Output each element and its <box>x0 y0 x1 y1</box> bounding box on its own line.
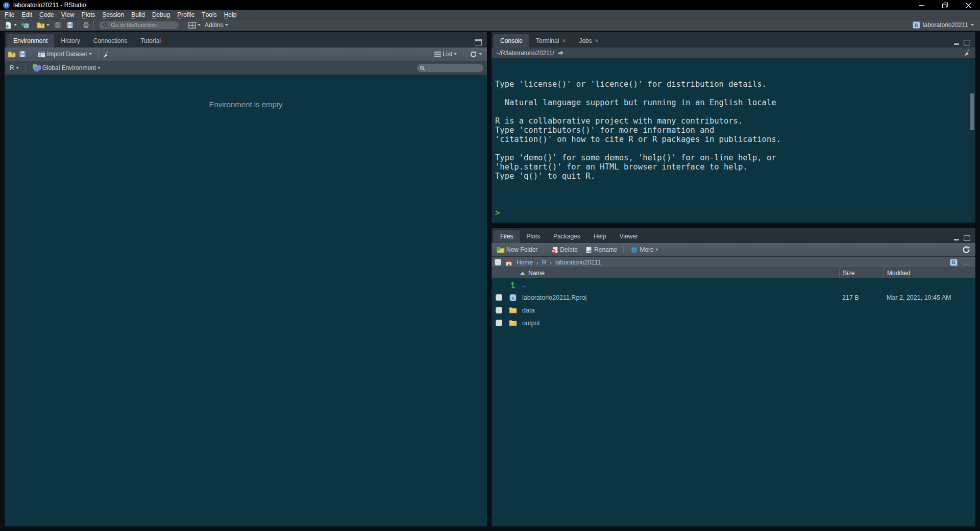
left-tab-environment[interactable]: Environment <box>7 34 54 47</box>
file-row[interactable]: Rlaboratorio20211.Rproj217 BMar 2, 2021,… <box>492 291 975 304</box>
addins-button[interactable]: Addins <box>203 20 230 30</box>
menu-item-tools[interactable]: Tools <box>198 10 220 19</box>
left-tab-history[interactable]: History <box>54 34 86 47</box>
save-button[interactable] <box>52 20 64 30</box>
open-file-button[interactable] <box>35 20 52 30</box>
pane-maximize-icon[interactable] <box>964 235 970 241</box>
column-header-size[interactable]: Size <box>839 268 884 278</box>
new-project-icon: R <box>21 21 29 29</box>
breadcrumb-link-r[interactable]: R <box>542 259 547 266</box>
file-name[interactable]: output <box>520 320 839 327</box>
restore-button[interactable] <box>933 0 957 10</box>
pane-restore-icon[interactable] <box>475 39 482 45</box>
breadcrumb-link-home[interactable]: Home <box>517 259 533 266</box>
console-tab-console[interactable]: Console <box>494 34 529 47</box>
menu-item-plots[interactable]: Plots <box>78 10 99 19</box>
delete-button[interactable]: Delete <box>548 245 580 255</box>
file-row[interactable]: .. <box>492 278 975 291</box>
left-tab-connections[interactable]: Connections <box>87 34 134 47</box>
console-tab-terminal[interactable]: Terminal× <box>529 34 572 47</box>
more-button[interactable]: More <box>628 245 660 255</box>
import-dataset-button[interactable]: Import Dataset <box>35 49 94 59</box>
pane-minimize-icon[interactable] <box>953 40 960 45</box>
rename-button[interactable]: Rename <box>582 245 619 255</box>
menu-item-edit[interactable]: Edit <box>18 10 36 19</box>
files-tab-help[interactable]: Help <box>587 230 613 243</box>
global-environment-selector[interactable]: Global Environment <box>31 63 103 73</box>
console-prompt[interactable]: > <box>495 208 968 218</box>
new-project-button[interactable]: R <box>19 20 31 30</box>
breadcrumb-link-laboratorio20211[interactable]: laboratorio20211 <box>555 259 601 266</box>
menu-item-profile[interactable]: Profile <box>174 10 198 19</box>
row-checkbox[interactable] <box>492 307 506 313</box>
file-name[interactable]: .. <box>520 281 839 288</box>
checkbox[interactable] <box>496 307 502 313</box>
file-name[interactable]: laboratorio20211.Rproj <box>520 294 839 301</box>
dropdown-caret-icon <box>16 67 19 69</box>
close-button[interactable] <box>957 0 980 10</box>
menu-item-help[interactable]: Help <box>220 10 240 19</box>
file-row[interactable]: data <box>492 304 975 317</box>
tab-close-icon[interactable]: × <box>562 38 566 44</box>
print-button[interactable] <box>80 20 92 30</box>
checkbox[interactable] <box>496 320 502 326</box>
file-name[interactable]: data <box>520 307 839 314</box>
console-line: Type 'q()' to quit R. <box>495 172 968 181</box>
working-directory-path: ~/R/laboratorio20211/ <box>496 50 554 57</box>
environment-search-input[interactable] <box>416 63 484 73</box>
menu-item-debug[interactable]: Debug <box>149 10 174 19</box>
tab-label: Connections <box>93 37 128 44</box>
scrollbar-thumb[interactable] <box>970 93 974 130</box>
row-checkbox[interactable] <box>492 320 506 326</box>
clear-workspace-broom-icon[interactable] <box>103 50 111 58</box>
rproject-breadcrumb-icon[interactable]: R <box>950 259 958 266</box>
pane-layout-button[interactable] <box>186 20 203 30</box>
console-output[interactable]: Type 'license()' or 'licence()' for dist… <box>492 59 975 223</box>
env-display-mode-button[interactable]: List <box>432 49 459 59</box>
column-header-name[interactable]: Name <box>520 268 839 278</box>
save-all-button[interactable] <box>64 20 76 30</box>
save-workspace-icon[interactable] <box>18 50 27 58</box>
menu-item-session[interactable]: Session <box>99 10 128 19</box>
menu-item-view[interactable]: View <box>58 10 78 19</box>
env-refresh-button[interactable] <box>468 49 484 59</box>
pane-maximize-icon[interactable] <box>964 40 970 45</box>
language-label: R <box>10 64 14 71</box>
files-refresh-button[interactable] <box>960 245 972 255</box>
menu-item-build[interactable]: Build <box>128 10 149 19</box>
menu-item-file[interactable]: File <box>1 10 18 19</box>
files-tab-plots[interactable]: Plots <box>520 230 547 243</box>
console-tab-jobs[interactable]: Jobs× <box>572 34 605 47</box>
toolbar-separator <box>463 50 463 58</box>
new-folder-button[interactable]: New Folder <box>495 245 540 255</box>
window-title: laboratorio20211 - RStudio <box>13 2 86 9</box>
column-header-modified[interactable]: Modified <box>884 268 975 278</box>
home-icon[interactable] <box>505 258 513 267</box>
rstudio-window: R laboratorio20211 - RStudio FileEditCod… <box>0 0 980 531</box>
files-tab-viewer[interactable]: Viewer <box>612 230 644 243</box>
file-row[interactable]: output <box>492 317 975 329</box>
tab-close-icon[interactable]: × <box>595 38 599 44</box>
project-menu-button[interactable]: R laboratorio20211 <box>913 21 978 29</box>
left-tab-tutorial[interactable]: Tutorial <box>134 34 167 47</box>
console-pane: ConsoleTerminal×Jobs× ~/R/laboratorio202… <box>491 32 976 223</box>
pane-minimize-icon[interactable] <box>953 236 960 241</box>
select-all-checkbox[interactable] <box>495 259 501 266</box>
project-rcube-icon: R <box>913 21 920 29</box>
files-tab-packages[interactable]: Packages <box>547 230 587 243</box>
files-toolbar: New Folder Delete Rename <box>492 243 975 257</box>
files-tab-files[interactable]: Files <box>494 230 520 243</box>
load-workspace-icon[interactable] <box>8 50 16 58</box>
minimize-button[interactable] <box>910 0 933 10</box>
clear-console-broom-icon[interactable] <box>963 49 971 57</box>
search-icon <box>420 65 425 71</box>
menu-item-code[interactable]: Code <box>36 10 58 19</box>
goto-directory-arrow-icon[interactable] <box>557 51 564 56</box>
row-checkbox[interactable] <box>492 294 506 301</box>
language-selector[interactable]: R <box>8 63 21 73</box>
console-scrollbar[interactable] <box>970 59 975 223</box>
checkbox[interactable] <box>496 294 502 301</box>
more-directories-button[interactable]: ... <box>962 259 972 266</box>
goto-file-function-input[interactable]: Go to file/function <box>99 21 179 30</box>
new-file-button[interactable] <box>2 20 19 30</box>
